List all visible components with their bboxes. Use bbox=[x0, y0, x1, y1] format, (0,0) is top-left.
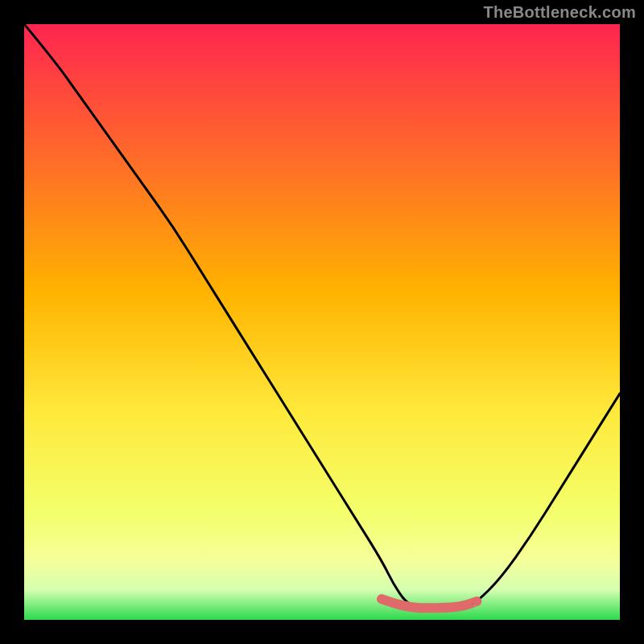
plot-svg bbox=[24, 24, 620, 620]
watermark-text: TheBottleneck.com bbox=[483, 3, 636, 22]
chart-frame: TheBottleneck.com bbox=[0, 0, 644, 644]
gradient-background bbox=[24, 24, 620, 620]
plot-area bbox=[24, 24, 620, 620]
